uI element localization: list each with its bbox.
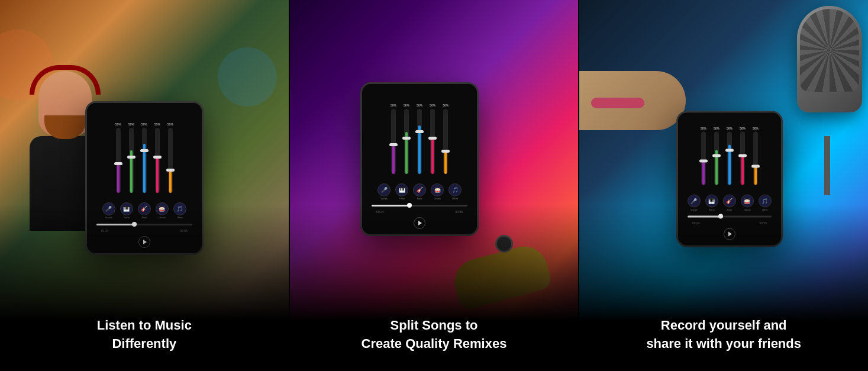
- slider-track-4[interactable]: [168, 128, 173, 193]
- slider-thumb-1: [127, 156, 135, 159]
- icon-wrap-4[interactable]: 🎵Other: [448, 183, 462, 200]
- slider-fill-4: [754, 166, 757, 185]
- icon-label-1: Piano: [399, 197, 405, 200]
- slider-track-1[interactable]: [714, 131, 719, 185]
- slider-percent-3: 50%: [154, 122, 160, 126]
- icon-wrap-1[interactable]: 🎹Piano: [395, 183, 408, 200]
- slider-wrap-0: 50%: [391, 104, 396, 174]
- slider-thumb-2: [725, 149, 734, 151]
- icon-circle-0: 🎤: [377, 183, 391, 196]
- beard: [44, 115, 86, 139]
- slider-fill-0: [702, 161, 705, 185]
- slider-wrap-3: 50%: [154, 122, 160, 193]
- icon-circle-2: 🎸: [413, 183, 426, 196]
- icon-wrap-2[interactable]: 🎸Bass: [413, 183, 426, 200]
- slider-wrap-1: 50%: [404, 104, 409, 174]
- lips: [591, 98, 644, 108]
- slider-track-2[interactable]: [727, 131, 732, 185]
- slider-percent-1: 50%: [404, 104, 409, 107]
- head: [38, 71, 92, 136]
- slider-wrap-3: 50%: [430, 104, 435, 174]
- slider-track-1[interactable]: [129, 128, 134, 193]
- slider-wrap-1: 50%: [128, 122, 134, 193]
- slider-thumb-1: [402, 137, 411, 140]
- sliders-row-1: 50%50%50%50%50%: [113, 109, 176, 198]
- slider-fill-0: [392, 145, 395, 175]
- icons-row-2: 🎤Vocals🎹Piano🎸Bass🥁Drums🎵Other: [377, 183, 462, 200]
- sliders-row-3: 50%50%50%50%50%: [698, 118, 761, 189]
- slider-percent-1: 50%: [128, 122, 134, 126]
- slider-track-4[interactable]: [753, 131, 758, 185]
- caption-line1-p1: Listen to Music: [97, 318, 192, 333]
- slider-wrap-2: 50%: [417, 104, 422, 174]
- slider-percent-4: 50%: [443, 104, 448, 107]
- slider-wrap-4: 50%: [753, 126, 759, 185]
- icon-label-2: Bass: [417, 197, 422, 200]
- slider-wrap-4: 50%: [443, 104, 448, 174]
- slider-track-0[interactable]: [116, 128, 121, 193]
- slider-percent-4: 50%: [753, 126, 759, 130]
- slider-percent-3: 50%: [430, 104, 435, 107]
- slider-track-3[interactable]: [430, 109, 435, 174]
- panel-3-caption: Record yourself and share it with your f…: [579, 317, 868, 353]
- slider-fill-3: [741, 156, 744, 185]
- slider-percent-1: 50%: [714, 126, 719, 130]
- slider-percent-0: 50%: [701, 126, 706, 130]
- icon-label-3: Drums: [434, 197, 441, 200]
- slider-track-2[interactable]: [142, 128, 147, 193]
- slider-fill-4: [169, 170, 172, 193]
- icon-wrap-3[interactable]: 🥁Drums: [431, 183, 444, 200]
- slider-wrap-0: 50%: [115, 122, 121, 193]
- slider-fill-3: [156, 157, 159, 193]
- icon-circle-1: 🎹: [395, 183, 408, 196]
- slider-track-4[interactable]: [443, 109, 448, 174]
- caption-line2-p1: Differently: [112, 336, 176, 351]
- icon-wrap-0[interactable]: 🎤Vocals: [377, 183, 391, 200]
- slider-track-1[interactable]: [404, 109, 409, 174]
- slider-wrap-1: 50%: [714, 126, 719, 185]
- icon-label-4: Other: [452, 197, 458, 200]
- icon-label-0: Vocals: [380, 197, 388, 200]
- sliders-row-2: 50%50%50%50%50%: [388, 90, 451, 179]
- slider-percent-2: 50%: [727, 126, 733, 130]
- slider-wrap-4: 50%: [167, 122, 173, 193]
- slider-thumb-1: [712, 154, 721, 157]
- slider-percent-4: 50%: [167, 122, 173, 126]
- slider-wrap-3: 50%: [740, 126, 746, 185]
- slider-track-0[interactable]: [391, 109, 396, 174]
- panel-1-caption: Listen to Music Differently: [0, 317, 289, 353]
- slider-thumb-0: [389, 143, 398, 146]
- panel-2-caption: Split Songs to Create Quality Remixes: [290, 317, 579, 353]
- slider-fill-0: [117, 163, 120, 193]
- mic-handle: [824, 136, 830, 195]
- slider-thumb-4: [751, 164, 760, 167]
- slider-thumb-3: [428, 137, 437, 140]
- panel-2: 50%50%50%50%50% 🎤Vocals🎹Piano🎸Bass🥁Drums…: [290, 0, 579, 371]
- caption-line1-p2: Split Songs to: [391, 318, 478, 333]
- icon-circle-4: 🎵: [448, 183, 462, 196]
- slider-fill-3: [431, 138, 434, 175]
- slider-thumb-4: [166, 169, 175, 172]
- caption-line2-p3: share it with your friends: [646, 336, 801, 351]
- slider-thumb-2: [140, 149, 149, 152]
- panel-3: 50%50%50%50%50% 🎤Vocals🎹Piano🎸Bass🥁Drums…: [579, 0, 868, 371]
- slider-thumb-3: [153, 156, 162, 159]
- slider-percent-3: 50%: [740, 126, 746, 130]
- slider-thumb-0: [114, 162, 122, 165]
- slider-percent-0: 50%: [115, 122, 121, 126]
- panel-1: 50%50%50%50%50% 🎤Vocals🎹Piano🎸Bass🥁Drums…: [0, 0, 289, 371]
- slider-thumb-0: [699, 159, 708, 162]
- decor-blob-3: [218, 47, 277, 107]
- slider-percent-2: 50%: [141, 122, 147, 126]
- slider-track-3[interactable]: [740, 131, 745, 185]
- caption-line2-p2: Create Quality Remixes: [362, 336, 507, 351]
- slider-wrap-0: 50%: [701, 126, 706, 185]
- icon-circle-3: 🥁: [431, 183, 444, 196]
- caption-line1-p3: Record yourself and: [661, 318, 787, 333]
- slider-track-2[interactable]: [417, 109, 422, 174]
- slider-fill-4: [444, 151, 447, 175]
- slider-track-3[interactable]: [155, 128, 160, 193]
- slider-track-0[interactable]: [701, 131, 706, 185]
- mic-body: [797, 6, 862, 112]
- slider-percent-2: 50%: [417, 104, 422, 107]
